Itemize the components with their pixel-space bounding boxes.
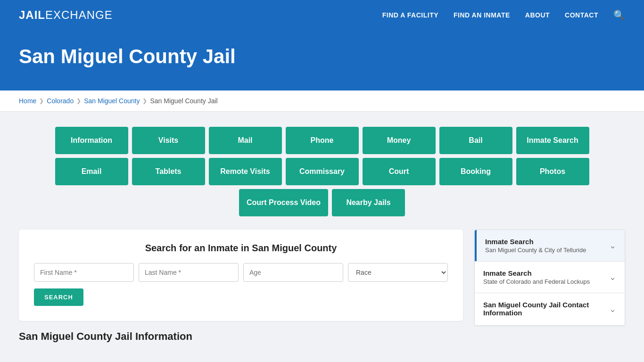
category-btn-visits[interactable]: Visits	[132, 127, 205, 154]
left-panel: Search for an Inmate in San Miguel Count…	[19, 230, 463, 343]
category-btn-booking[interactable]: Booking	[439, 158, 512, 185]
nav-find-facility[interactable]: FIND A FACILITY	[382, 11, 438, 19]
logo-jail: JAIL	[19, 8, 45, 22]
category-buttons-grid: InformationVisitsMailPhoneMoneyBailInmat…	[19, 127, 625, 216]
accordion-subtext-1: State of Colorado and Federal Lockups	[483, 278, 590, 285]
search-title: Search for an Inmate in San Miguel Count…	[34, 243, 448, 254]
info-section-title: San Miguel County Jail Information	[19, 330, 463, 343]
chevron-down-icon-2: ⌄	[609, 304, 616, 314]
right-panel: Inmate SearchSan Miguel County & City of…	[474, 230, 625, 326]
inmate-search-box: Search for an Inmate in San Miguel Count…	[19, 230, 463, 321]
accordion-header-2[interactable]: San Miguel County Jail Contact Informati…	[475, 293, 625, 325]
race-select[interactable]: RaceWhiteBlackHispanicAsianOther	[348, 263, 448, 282]
accordion-header-0[interactable]: Inmate SearchSan Miguel County & City of…	[475, 230, 625, 261]
category-btn-money[interactable]: Money	[363, 127, 436, 154]
accordion-item-0: Inmate SearchSan Miguel County & City of…	[475, 230, 625, 262]
nav-about[interactable]: ABOUT	[525, 11, 550, 19]
category-btn-information[interactable]: Information	[55, 127, 128, 154]
age-input[interactable]	[243, 263, 343, 282]
accordion-item-2: San Miguel County Jail Contact Informati…	[475, 293, 625, 325]
site-header: JAILEXCHANGE FIND A FACILITY FIND AN INM…	[0, 0, 644, 30]
site-logo[interactable]: JAILEXCHANGE	[19, 8, 113, 22]
category-btn-remote-visits[interactable]: Remote Visits	[209, 158, 282, 185]
category-btn-nearby-jails[interactable]: Nearby Jails	[332, 189, 405, 216]
page-title: San Miguel County Jail	[19, 45, 625, 68]
chevron-down-icon-1: ⌄	[609, 272, 616, 282]
breadcrumb-sep-1: ❯	[39, 98, 44, 104]
search-button[interactable]: SEARCH	[34, 288, 83, 306]
accordion: Inmate SearchSan Miguel County & City of…	[474, 230, 625, 326]
nav-contact[interactable]: CONTACT	[565, 11, 598, 19]
breadcrumb-current: San Miguel County Jail	[150, 97, 217, 105]
accordion-item-1: Inmate SearchState of Colorado and Feder…	[475, 262, 625, 293]
breadcrumb: Home ❯ Colorado ❯ San Miguel County ❯ Sa…	[19, 97, 625, 105]
chevron-down-icon-0: ⌄	[609, 240, 616, 251]
search-icon-button[interactable]: 🔍	[613, 9, 625, 21]
first-name-input[interactable]	[34, 263, 134, 282]
breadcrumb-sep-2: ❯	[76, 98, 81, 104]
breadcrumb-bar: Home ❯ Colorado ❯ San Miguel County ❯ Sa…	[0, 90, 644, 112]
hero-section: San Miguel County Jail	[0, 30, 644, 90]
accordion-subtext-0: San Miguel County & City of Telluride	[485, 247, 586, 254]
main-content: InformationVisitsMailPhoneMoneyBailInmat…	[0, 112, 644, 358]
accordion-heading-0: Inmate Search	[485, 238, 586, 246]
logo-exchange: EXCHANGE	[45, 8, 113, 22]
nav-find-inmate[interactable]: FIND AN INMATE	[454, 11, 510, 19]
last-name-input[interactable]	[139, 263, 239, 282]
category-btn-mail[interactable]: Mail	[209, 127, 282, 154]
search-fields: RaceWhiteBlackHispanicAsianOther	[34, 263, 448, 282]
breadcrumb-sep-3: ❯	[142, 98, 147, 104]
breadcrumb-san-miguel-county[interactable]: San Miguel County	[84, 97, 140, 105]
category-btn-bail[interactable]: Bail	[439, 127, 512, 154]
main-nav: FIND A FACILITY FIND AN INMATE ABOUT CON…	[382, 9, 625, 21]
category-btn-photos[interactable]: Photos	[516, 158, 589, 185]
breadcrumb-colorado[interactable]: Colorado	[47, 97, 74, 105]
accordion-header-1[interactable]: Inmate SearchState of Colorado and Feder…	[475, 262, 625, 293]
category-btn-commissary[interactable]: Commissary	[286, 158, 359, 185]
accordion-heading-1: Inmate Search	[483, 269, 590, 277]
category-btn-court-process-video[interactable]: Court Process Video	[239, 189, 328, 216]
category-btn-email[interactable]: Email	[55, 158, 128, 185]
category-btn-court[interactable]: Court	[363, 158, 436, 185]
accordion-heading-2: San Miguel County Jail Contact Informati…	[483, 301, 609, 317]
content-layout: Search for an Inmate in San Miguel Count…	[19, 230, 625, 343]
category-btn-phone[interactable]: Phone	[286, 127, 359, 154]
category-btn-inmate-search[interactable]: Inmate Search	[516, 127, 589, 154]
category-btn-tablets[interactable]: Tablets	[132, 158, 205, 185]
breadcrumb-home[interactable]: Home	[19, 97, 36, 105]
